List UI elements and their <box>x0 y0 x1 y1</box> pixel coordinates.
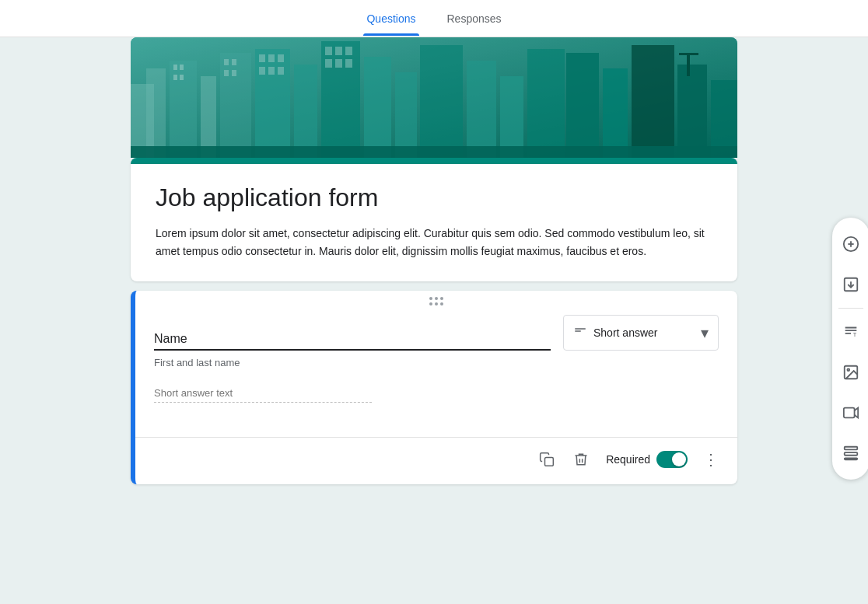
svg-rect-44 <box>131 37 737 158</box>
svg-rect-47 <box>545 458 554 466</box>
delete-button[interactable] <box>565 444 597 475</box>
form-title-card: Job application form Lorem ipsum dolor s… <box>131 158 737 281</box>
question-subtitle: First and last name <box>154 357 719 368</box>
question-body: Short answer ▾ First and last name <box>135 309 737 428</box>
svg-text:T: T <box>853 331 857 338</box>
toolbar-divider-1 <box>838 308 863 309</box>
add-image-button[interactable] <box>832 354 868 391</box>
copy-button[interactable] <box>531 444 562 475</box>
svg-rect-58 <box>845 452 858 456</box>
form-title: Job application form <box>156 183 712 212</box>
question-card: Short answer ▾ First and last name <box>131 291 737 484</box>
short-answer-icon <box>573 324 587 342</box>
add-section-button[interactable] <box>832 435 868 472</box>
svg-rect-57 <box>845 447 858 450</box>
question-top-row: Short answer ▾ <box>154 315 719 351</box>
svg-point-55 <box>847 368 849 371</box>
drag-handle[interactable] <box>135 291 737 309</box>
tab-bar: Questions Responses <box>0 0 868 37</box>
tab-questions[interactable]: Questions <box>363 2 418 36</box>
toggle-switch[interactable] <box>656 451 688 468</box>
sidebar-toolbar: T <box>832 218 868 480</box>
tab-responses[interactable]: Responses <box>444 2 505 36</box>
svg-rect-59 <box>845 458 858 459</box>
toggle-knob <box>672 452 686 466</box>
page-wrapper: Questions Responses <box>0 0 868 604</box>
form-description: Lorem ipsum dolor sit amet, consectetur … <box>156 225 712 260</box>
add-question-button[interactable] <box>832 225 868 263</box>
import-questions-button[interactable] <box>832 266 868 303</box>
question-footer: Required ⋮ <box>135 438 737 484</box>
drag-dots-icon <box>429 297 443 305</box>
question-type-dropdown[interactable]: Short answer ▾ <box>563 315 719 351</box>
hero-banner <box>131 37 737 158</box>
question-type-label: Short answer <box>593 326 695 339</box>
required-toggle[interactable]: Required <box>600 451 694 468</box>
question-title-input[interactable] <box>154 326 551 351</box>
short-answer-preview <box>154 384 372 403</box>
main-content: Job application form Lorem ipsum dolor s… <box>131 37 737 515</box>
svg-rect-56 <box>844 408 855 418</box>
more-options-button[interactable]: ⋮ <box>697 445 725 473</box>
add-video-button[interactable] <box>832 394 868 431</box>
dropdown-arrow-icon: ▾ <box>701 323 709 342</box>
add-title-button[interactable]: T <box>832 313 868 351</box>
required-label: Required <box>606 453 650 466</box>
